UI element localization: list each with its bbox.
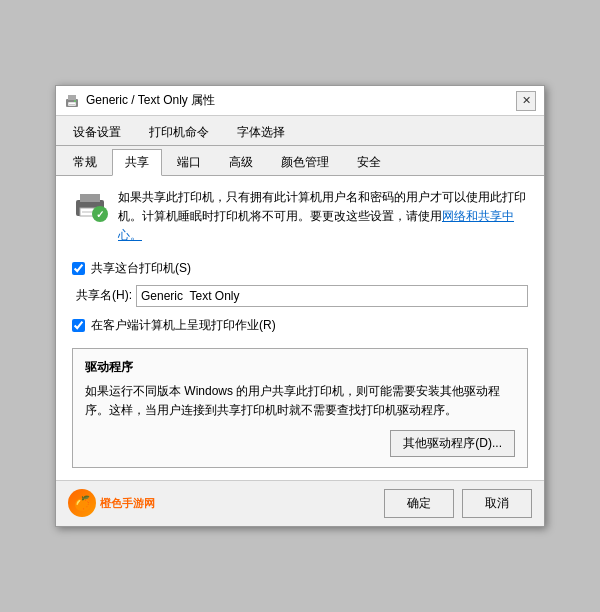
ok-button[interactable]: 确定 bbox=[384, 489, 454, 518]
tab-sharing[interactable]: 共享 bbox=[112, 149, 162, 176]
info-printer-icon: ✓ bbox=[72, 188, 108, 224]
svg-rect-3 bbox=[69, 104, 75, 105]
svg-point-4 bbox=[74, 100, 76, 102]
tab-ports[interactable]: 端口 bbox=[164, 149, 214, 175]
svg-rect-1 bbox=[68, 95, 76, 100]
tab-security[interactable]: 安全 bbox=[344, 149, 394, 175]
tab-advanced[interactable]: 高级 bbox=[216, 149, 266, 175]
tab-print-commands[interactable]: 打印机命令 bbox=[136, 119, 222, 145]
share-checkbox-row: 共享这台打印机(S) bbox=[72, 260, 528, 277]
logo-text: 橙色手游网 bbox=[100, 496, 155, 511]
logo-icon: 🍊 bbox=[68, 489, 96, 517]
cancel-button[interactable]: 取消 bbox=[462, 489, 532, 518]
bottom-bar: 🍊 橙色手游网 确定 取消 bbox=[56, 480, 544, 526]
tab-font-select[interactable]: 字体选择 bbox=[224, 119, 298, 145]
lower-tab-row: 常规 共享 端口 高级 颜色管理 安全 bbox=[56, 146, 544, 176]
logo: 🍊 橙色手游网 bbox=[68, 489, 155, 517]
properties-window: Generic / Text Only 属性 ✕ 设备设置 打印机命令 字体选择… bbox=[55, 85, 545, 527]
tab-color-management[interactable]: 颜色管理 bbox=[268, 149, 342, 175]
upper-tab-row: 设备设置 打印机命令 字体选择 bbox=[56, 116, 544, 146]
tab-content: ✓ 如果共享此打印机，只有拥有此计算机用户名和密码的用户才可以使用此打印机。计算… bbox=[56, 176, 544, 480]
render-checkbox[interactable] bbox=[72, 319, 85, 332]
title-bar-text: Generic / Text Only 属性 bbox=[86, 92, 516, 109]
share-name-input[interactable] bbox=[136, 285, 528, 307]
share-section: 共享这台打印机(S) 共享名(H): 在客户端计算机上呈现打印作业(R) bbox=[72, 260, 528, 334]
share-checkbox-label[interactable]: 共享这台打印机(S) bbox=[91, 260, 191, 277]
close-button[interactable]: ✕ bbox=[516, 91, 536, 111]
info-text: 如果共享此打印机，只有拥有此计算机用户名和密码的用户才可以使用此打印机。计算机睡… bbox=[118, 188, 528, 246]
info-box: ✓ 如果共享此打印机，只有拥有此计算机用户名和密码的用户才可以使用此打印机。计算… bbox=[72, 188, 528, 246]
tab-device-settings[interactable]: 设备设置 bbox=[60, 119, 134, 145]
driver-title: 驱动程序 bbox=[85, 359, 515, 376]
share-name-label: 共享名(H): bbox=[76, 287, 136, 304]
share-checkbox[interactable] bbox=[72, 262, 85, 275]
driver-section: 驱动程序 如果运行不同版本 Windows 的用户共享此打印机，则可能需要安装其… bbox=[72, 348, 528, 468]
svg-text:✓: ✓ bbox=[96, 209, 104, 220]
share-name-row: 共享名(H): bbox=[72, 285, 528, 307]
title-bar: Generic / Text Only 属性 ✕ bbox=[56, 86, 544, 116]
render-checkbox-label[interactable]: 在客户端计算机上呈现打印作业(R) bbox=[91, 317, 276, 334]
driver-text: 如果运行不同版本 Windows 的用户共享此打印机，则可能需要安装其他驱动程序… bbox=[85, 382, 515, 420]
driver-btn-row: 其他驱动程序(D)... bbox=[85, 430, 515, 457]
svg-rect-6 bbox=[80, 194, 100, 202]
tab-general[interactable]: 常规 bbox=[60, 149, 110, 175]
other-drivers-button[interactable]: 其他驱动程序(D)... bbox=[390, 430, 515, 457]
printer-icon bbox=[64, 93, 80, 109]
render-checkbox-row: 在客户端计算机上呈现打印作业(R) bbox=[72, 317, 528, 334]
